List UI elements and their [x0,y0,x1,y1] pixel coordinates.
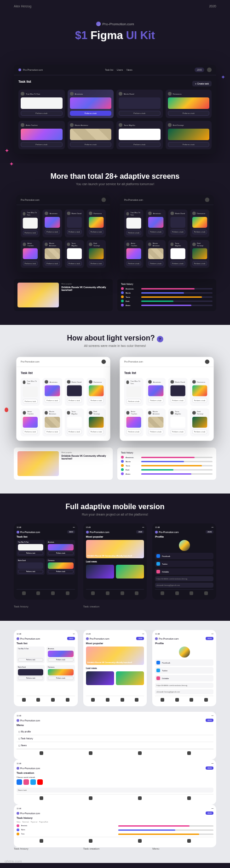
perform-task-button[interactable]: Perform a task [148,261,163,266]
task-card[interactable]: Tran Mau Tri TamPerform a task [21,378,40,406]
tab-icon[interactable] [187,839,191,843]
perform-task-button[interactable]: Perform a task [89,229,104,234]
tab-icon[interactable] [175,591,179,595]
credit-badge[interactable]: 2005 [195,68,204,72]
news-card[interactable] [116,671,144,685]
perform-task-button[interactable]: Perform a task [67,430,82,434]
nav-news[interactable]: News [126,68,132,71]
perform-task-button[interactable]: Perform a task [168,142,210,147]
social-option[interactable] [30,779,36,785]
perform-task-button[interactable]: Perform a task [170,398,185,403]
perform-task-button[interactable]: Perform a task [23,430,38,434]
task-card[interactable]: Taras MigulkoPerform a task [64,240,84,268]
social-option[interactable] [17,779,22,785]
social-link[interactable]: Dribbble [155,568,213,575]
featured-news[interactable]: Dribbble Russia VK Community officially … [86,540,144,558]
perform-task-button[interactable]: Perform a task [45,229,60,234]
task-card[interactable]: DamascusPerform a task [166,90,212,118]
perform-task-button[interactable]: Perform a task [70,142,112,147]
task-card[interactable]: Anton TrachevPerform a task [21,408,40,437]
task-card[interactable]: Taras MigulkoPerform a task [168,240,187,268]
task-card[interactable]: Tran Mau Tri TamPerform a task [124,378,144,406]
task-card[interactable]: Brett ScrivepiPerform a task [86,408,106,437]
task-card[interactable]: DamascusPerform a task [46,665,75,681]
perform-task-button[interactable]: Perform a task [89,398,104,403]
tab-icon[interactable] [121,591,124,595]
task-card[interactable]: Anton TrachevPerform a task [124,240,144,268]
social-link[interactable]: Dribbble [155,675,213,681]
tab-icon[interactable] [22,698,26,702]
task-card[interactable]: DamascusPerform a task [190,378,209,406]
perform-task-button[interactable]: Perform a task [192,229,207,234]
tab-icon[interactable] [22,591,26,595]
perform-task-button[interactable]: Perform a task [126,230,142,235]
task-card[interactable]: Maxim AnisimovPerform a task [68,121,114,149]
tab-icon[interactable] [204,698,208,702]
tab-icon[interactable] [138,839,142,843]
perform-task-button[interactable]: Perform a task [67,229,82,234]
menu-item[interactable]: ◻ Task history [17,735,213,742]
task-card[interactable]: Maxim AnisimovPerform a task [43,240,62,268]
tab-icon[interactable] [66,698,69,702]
url-field[interactable]: https://dribbble.com/anastasia-herzog [155,683,213,688]
perform-task-button[interactable]: Perform a task [45,430,60,434]
perform-task-button[interactable]: Perform a task [67,261,82,266]
task-card[interactable]: Anton TrachevPerform a task [21,240,40,268]
featured-news[interactable]: Dribbble Russia VK Community officially … [86,647,144,665]
task-card[interactable]: DamascusPerform a task [86,210,106,238]
task-card[interactable]: Taras MigulkoPerform a task [168,408,187,437]
nav-tasklist[interactable]: Task list [105,68,113,71]
perform-task-button[interactable]: Perform a task [89,261,104,266]
task-name-field[interactable]: Name task [17,788,213,793]
task-card[interactable]: Tran Mau Tri TamPerform a task [124,210,144,238]
perform-task-button[interactable]: Perform a task [192,430,207,434]
task-card[interactable]: Taras MigulkoPerform a task [116,121,163,149]
task-card[interactable]: AnastasiaPerform a task [146,210,166,238]
tab-icon[interactable] [89,796,92,800]
perform-task-button[interactable]: Perform a task [192,261,207,266]
social-link[interactable]: Twitter [155,561,213,567]
perform-task-button[interactable]: Perform a task [21,142,63,147]
perform-task-button[interactable]: Perform a task [170,261,185,266]
social-link[interactable]: Facebook [155,659,213,666]
task-card[interactable]: Brett ScrivepiPerform a task [86,240,106,268]
perform-task-button[interactable]: Perform a task [23,261,38,266]
social-option[interactable] [37,779,43,785]
tab-icon[interactable] [161,698,164,702]
perform-task-button[interactable]: Perform a task [126,261,142,266]
task-card[interactable]: Martin DavidPerform a task [168,378,187,406]
tab-icon[interactable] [89,839,92,843]
perform-task-button[interactable]: Perform a task [45,398,60,403]
perform-task-button[interactable]: Perform a task [148,398,163,403]
task-card[interactable]: AnastasiaPerform a task [46,540,75,556]
perform-task-button[interactable]: Perform a task [119,111,161,116]
task-card[interactable]: Brett ScrivepiPerform a task [190,240,209,268]
task-card[interactable]: AnastasiaPerform a task [43,378,62,406]
task-card[interactable]: Maxim AnisimovPerform a task [43,408,62,437]
task-card[interactable]: Brett ScrivepiPerform a task [166,121,212,149]
tab-icon[interactable] [135,698,138,702]
tab-icon[interactable] [91,698,95,702]
tab-icon[interactable] [40,751,43,755]
perform-task-button[interactable]: Perform a task [67,398,82,403]
news-card[interactable] [86,671,114,685]
task-card[interactable]: Anton TrachevPerform a task [124,408,144,437]
task-card[interactable]: Tran Mau Tri TamPerform a task [21,210,40,238]
tab-icon[interactable] [36,698,40,702]
task-card[interactable]: Martin DavidPerform a task [64,378,84,406]
task-card[interactable]: DamascusPerform a task [46,558,75,575]
perform-task-button[interactable]: Perform a task [126,430,142,434]
email-field[interactable]: alexandr.herzog@gmail.com [155,689,213,694]
tab-icon[interactable] [190,591,193,595]
tab-icon[interactable] [187,796,191,800]
tab-icon[interactable] [138,796,142,800]
perform-task-button[interactable]: Perform a task [192,398,207,403]
perform-task-button[interactable]: Perform a task [126,399,142,403]
task-card[interactable]: Brett ScrivepiPerform a task [190,408,209,437]
perform-task-button[interactable]: Perform a task [170,430,185,434]
tab-icon[interactable] [121,698,124,702]
perform-task-button[interactable]: Perform a task [148,229,163,234]
tab-icon[interactable] [40,839,43,843]
perform-task-button[interactable]: Perform a task [168,111,210,116]
task-card[interactable]: Taras MigulkoPerform a task [64,408,84,437]
